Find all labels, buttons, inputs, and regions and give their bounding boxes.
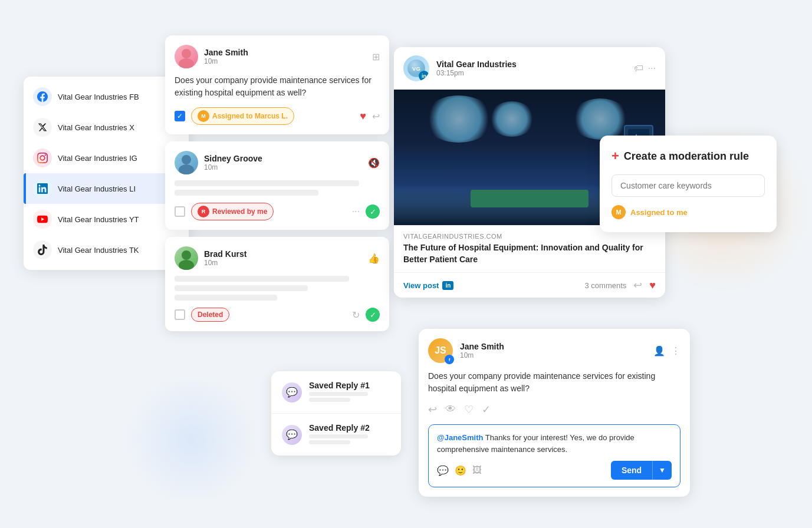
li-post-time: 03:15pm [436, 69, 517, 77]
fb-comment-message: Does your company provide maintenance se… [428, 370, 680, 395]
moderation-keyword-input[interactable] [612, 174, 765, 197]
fb-image-icon[interactable]: 🖼 [472, 465, 482, 476]
jane-checkbox[interactable]: ✓ [175, 111, 185, 121]
saved-reply-1-icon: 💬 [282, 382, 302, 402]
fb-more-icon[interactable]: ⋮ [671, 345, 680, 357]
or-light-3 [488, 101, 535, 137]
li-reply-icon[interactable]: ↩ [633, 279, 642, 292]
fb-emoji-icon[interactable]: 🙂 [455, 465, 466, 476]
svg-point-3 [179, 164, 194, 174]
li-icon [33, 179, 52, 198]
fb-person-icon[interactable]: 👤 [653, 345, 665, 357]
tk-icon [33, 240, 52, 259]
comment-image-icon[interactable]: ⊞ [372, 51, 380, 62]
svg-point-2 [182, 155, 191, 164]
fb-reply-icon[interactable]: ↩ [428, 403, 437, 416]
svg-point-5 [179, 260, 194, 270]
deleted-tag-brad[interactable]: Deleted [191, 308, 229, 322]
svg-text:VG: VG [412, 65, 420, 72]
comment-volume-icon[interactable]: 🔇 [368, 157, 380, 169]
li-more-icon[interactable]: ··· [648, 63, 656, 74]
more-icon-sidney[interactable]: ··· [352, 206, 360, 217]
moderation-card: + Create a moderation rule M Assigned to… [600, 136, 777, 232]
sidebar-item-li-label: Vital Gear Industries LI [58, 184, 136, 193]
li-comments-count: 3 comments [585, 281, 627, 290]
comment-header-brad: Brad Kurst 10m 👍 [175, 246, 380, 270]
sidebar-item-tk-label: Vital Gear Industries TK [58, 246, 139, 255]
li-post-footer: View post in 3 comments ↩ ♥ [394, 272, 665, 298]
jane-time: 10m [204, 57, 248, 65]
saved-reply-2[interactable]: 💬 Saved Reply #2 [271, 414, 401, 456]
fb-user-time: 10m [460, 351, 504, 359]
sidebar-item-tk[interactable]: Vital Gear Industries TK [24, 235, 189, 265]
fb-user-info: Jane Smith 10m [460, 342, 504, 359]
li-post-footer-right: 3 comments ↩ ♥ [585, 279, 656, 292]
check-icon-sidney[interactable]: ✓ [366, 204, 380, 219]
li-heart-icon[interactable]: ♥ [649, 279, 656, 292]
comment-user-info-jane: Jane Smith 10m [204, 48, 248, 65]
li-post-header: VG in Vital Gear Industries 03:15pm 🏷 ··… [394, 47, 665, 90]
ig-icon [33, 148, 52, 167]
moderation-assigned-avatar: M [612, 205, 626, 219]
svg-point-1 [179, 58, 194, 68]
li-post-link-title: The Future of Hospital Equipment: Innova… [403, 242, 656, 265]
sidebar-item-yt[interactable]: Vital Gear Industries YT [24, 204, 189, 235]
assigned-tag-jane[interactable]: M Assigned to Marcus L. [191, 107, 294, 125]
brad-checkbox[interactable] [175, 309, 185, 320]
fb-platform-badge: f [445, 355, 454, 364]
li-post-link-site: VITALGEARINDUSTRIES.COM [403, 233, 656, 240]
sidebar-item-x[interactable]: Vital Gear Industries X [24, 112, 189, 143]
comments-panel: Jane Smith 10m ⊞ Does your company provi… [165, 35, 389, 338]
comment-user-brad: Brad Kurst 10m [175, 246, 246, 270]
moderation-assigned-label: Assigned to me [630, 208, 688, 217]
li-view-post-label: View post [403, 281, 439, 290]
brad-name: Brad Kurst [204, 249, 246, 259]
assigned-label-jane: Assigned to Marcus L. [212, 112, 288, 120]
li-logo-badge: in [419, 71, 429, 81]
fb-heart-icon[interactable]: ♡ [464, 403, 474, 416]
sidebar-item-li[interactable]: Vital Gear Industries LI [24, 173, 189, 204]
comment-like-icon[interactable]: 👍 [368, 253, 380, 264]
fb-send-dropdown-button[interactable]: ▼ [652, 461, 672, 480]
sidebar-item-ig[interactable]: Vital Gear Industries IG [24, 143, 189, 173]
li-platform-badge: in [442, 281, 453, 290]
fb-reply-footer: 💬 🙂 🖼 Send ▼ [437, 461, 672, 480]
fb-mention: @JaneSmith [437, 433, 483, 442]
active-bar [24, 173, 26, 204]
check-icon-brad[interactable]: ✓ [366, 308, 380, 322]
fb-actions-right: 👤 ⋮ [653, 345, 680, 357]
comment-card-sidney: Sidney Groove 10m 🔇 R Reviewed by me ··· [165, 141, 389, 230]
comment-user-jane: Jane Smith 10m [175, 45, 248, 68]
reply-icon-jane[interactable]: ↩ [372, 111, 380, 122]
heart-icon-jane[interactable]: ♥ [360, 110, 366, 123]
fb-send-button[interactable]: Send [611, 461, 652, 480]
fb-comment-card: JS f Jane Smith 10m 👤 ⋮ Does your compan… [419, 329, 690, 497]
moderation-plus-icon: + [612, 148, 619, 164]
fb-smiley-icon[interactable]: 💬 [437, 465, 449, 476]
li-company-name: Vital Gear Industries [436, 60, 517, 69]
reviewed-label-sidney: Reviewed by me [212, 207, 267, 216]
deleted-label-brad: Deleted [198, 311, 223, 319]
avatar-sidney [175, 151, 198, 174]
li-tag-icon[interactable]: 🏷 [634, 63, 643, 74]
fb-footer-icons: ↩ 👁 ♡ ✓ [428, 403, 680, 416]
reply-icon-brad[interactable]: ↻ [352, 309, 360, 321]
sidney-checkbox[interactable] [175, 206, 185, 217]
li-view-post-btn[interactable]: View post in [403, 281, 453, 290]
jane-footer: ✓ M Assigned to Marcus L. ♥ ↩ [175, 107, 380, 125]
avatar-jane [175, 45, 198, 68]
moderation-title: + Create a moderation rule [612, 148, 765, 164]
sidebar-item-fb[interactable]: Vital Gear Industries FB [24, 81, 189, 112]
fb-check-icon[interactable]: ✓ [482, 403, 491, 416]
sidney-text-lines [175, 180, 380, 196]
saved-reply-1[interactable]: 💬 Saved Reply #1 [271, 371, 401, 414]
brad-footer: Deleted ↻ ✓ [175, 308, 380, 322]
fb-eye-icon[interactable]: 👁 [445, 403, 456, 416]
comment-card-jane: Jane Smith 10m ⊞ Does your company provi… [165, 35, 389, 134]
saved-reply-2-label: Saved Reply #2 [309, 423, 370, 433]
comment-user-sidney: Sidney Groove 10m [175, 151, 262, 174]
fb-avatar-jane: JS f [428, 338, 453, 363]
reviewed-tag-sidney[interactable]: R Reviewed by me [191, 203, 274, 220]
saved-reply-2-lines [309, 434, 370, 444]
saved-replies-card: 💬 Saved Reply #1 💬 Saved Reply #2 [271, 371, 401, 456]
